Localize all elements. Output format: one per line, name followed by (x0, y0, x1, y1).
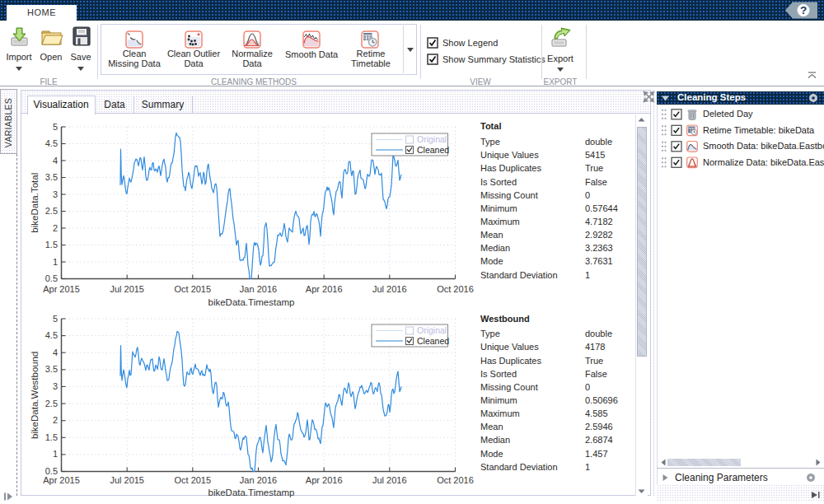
svg-text:Oct 2016: Oct 2016 (437, 284, 474, 294)
svg-text:Cleaned: Cleaned (417, 336, 449, 346)
svg-text:Oct 2016: Oct 2016 (437, 475, 474, 485)
svg-text:3: 3 (53, 189, 58, 199)
svg-text:Apr 2015: Apr 2015 (43, 284, 80, 294)
svg-text:Apr 2016: Apr 2016 (306, 284, 343, 294)
svg-text:Apr 2015: Apr 2015 (43, 475, 80, 485)
svg-text:Jan 2016: Jan 2016 (240, 475, 277, 485)
svg-text:Apr 2016: Apr 2016 (306, 475, 343, 485)
svg-text:Jul 2015: Jul 2015 (110, 475, 144, 485)
svg-text:3.5: 3.5 (45, 172, 58, 182)
svg-text:Jan 2016: Jan 2016 (240, 284, 277, 294)
svg-text:bikeData.Total: bikeData.Total (30, 173, 40, 233)
svg-text:3: 3 (53, 381, 58, 391)
svg-text:2.5: 2.5 (45, 206, 58, 216)
svg-text:bikeData.Westbound: bikeData.Westbound (30, 352, 40, 440)
svg-text:Jul 2016: Jul 2016 (372, 284, 407, 294)
svg-text:5: 5 (53, 122, 58, 132)
svg-text:1.5: 1.5 (45, 432, 58, 442)
svg-text:Cleaned: Cleaned (417, 145, 449, 155)
svg-text:Oct 2015: Oct 2015 (174, 284, 211, 294)
svg-text:2.5: 2.5 (45, 399, 58, 408)
svg-text:1: 1 (53, 449, 58, 459)
svg-text:3.5: 3.5 (45, 364, 58, 374)
svg-text:4: 4 (53, 156, 58, 166)
svg-text:bikeData.Timestamp: bikeData.Timestamp (208, 297, 294, 307)
svg-text:Original: Original (417, 134, 447, 144)
svg-text:1.5: 1.5 (45, 240, 58, 250)
svg-text:2: 2 (53, 223, 58, 233)
svg-text:5: 5 (53, 314, 58, 324)
svg-text:4.5: 4.5 (45, 138, 58, 148)
svg-text:4.5: 4.5 (45, 330, 58, 340)
svg-text:Oct 2015: Oct 2015 (174, 475, 211, 485)
svg-text:4: 4 (53, 348, 58, 357)
svg-text:1: 1 (53, 257, 58, 267)
svg-text:Original: Original (417, 325, 447, 335)
svg-text:Jul 2016: Jul 2016 (372, 475, 407, 485)
svg-text:0.5: 0.5 (45, 273, 58, 283)
svg-text:Jul 2015: Jul 2015 (110, 284, 144, 294)
svg-text:2: 2 (53, 415, 58, 425)
svg-text:bikeData.Timestamp: bikeData.Timestamp (208, 488, 294, 497)
